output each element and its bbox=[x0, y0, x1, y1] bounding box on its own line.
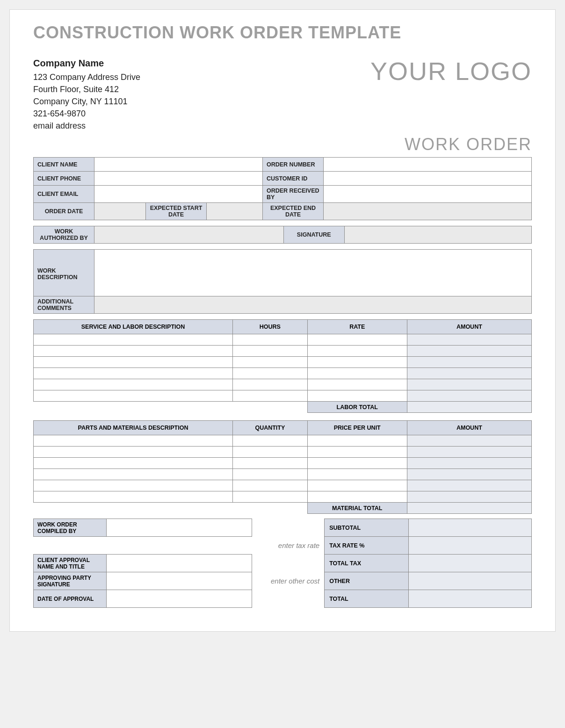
materials-price[interactable] bbox=[307, 469, 407, 480]
document-title: CONSTRUCTION WORK ORDER TEMPLATE bbox=[33, 23, 532, 43]
customer-id-label: CUSTOMER ID bbox=[263, 172, 324, 186]
approving-signature-value[interactable] bbox=[106, 572, 252, 590]
signature-value[interactable] bbox=[344, 226, 531, 244]
order-date-label: ORDER DATE bbox=[34, 203, 94, 220]
order-received-by-value[interactable] bbox=[324, 186, 532, 203]
labor-amount[interactable] bbox=[407, 346, 531, 357]
materials-amount[interactable] bbox=[407, 447, 531, 458]
labor-amount[interactable] bbox=[407, 379, 531, 390]
labor-row bbox=[34, 346, 532, 357]
labor-rate[interactable] bbox=[307, 390, 407, 402]
labor-total-label: LABOR TOTAL bbox=[307, 402, 407, 413]
expected-start-value[interactable] bbox=[207, 203, 263, 220]
client-phone-value[interactable] bbox=[94, 172, 263, 186]
materials-desc[interactable] bbox=[34, 480, 233, 491]
materials-price[interactable] bbox=[307, 435, 407, 447]
materials-desc[interactable] bbox=[34, 469, 233, 480]
materials-amount[interactable] bbox=[407, 469, 531, 480]
labor-desc[interactable] bbox=[34, 368, 233, 379]
materials-desc[interactable] bbox=[34, 491, 233, 503]
labor-total-value[interactable] bbox=[407, 402, 531, 413]
client-email-value[interactable] bbox=[94, 186, 263, 203]
total-tax-label: TOTAL TAX bbox=[325, 555, 408, 572]
labor-amount[interactable] bbox=[407, 357, 531, 368]
materials-qty[interactable] bbox=[233, 435, 308, 447]
labor-rate[interactable] bbox=[307, 334, 407, 346]
additional-comments-value[interactable] bbox=[94, 296, 532, 314]
client-info-table: CLIENT NAME ORDER NUMBER CLIENT PHONE CU… bbox=[33, 157, 532, 220]
client-approval-value[interactable] bbox=[106, 555, 252, 572]
materials-amount[interactable] bbox=[407, 458, 531, 469]
authorization-table: WORK AUTHORIZED BY SIGNATURE bbox=[33, 226, 532, 244]
labor-desc[interactable] bbox=[34, 334, 233, 346]
materials-price[interactable] bbox=[307, 458, 407, 469]
logo-placeholder: YOUR LOGO bbox=[370, 57, 532, 86]
materials-price[interactable] bbox=[307, 447, 407, 458]
client-phone-label: CLIENT PHONE bbox=[34, 172, 94, 186]
materials-amount[interactable] bbox=[407, 480, 531, 491]
labor-hours[interactable] bbox=[233, 346, 308, 357]
labor-row bbox=[34, 357, 532, 368]
subtotal-value[interactable] bbox=[408, 519, 531, 537]
materials-price[interactable] bbox=[307, 480, 407, 491]
labor-row bbox=[34, 379, 532, 390]
other-cost-hint: enter other cost bbox=[252, 572, 325, 590]
materials-qty[interactable] bbox=[233, 458, 308, 469]
date-of-approval-label: DATE OF APPROVAL bbox=[34, 590, 107, 608]
materials-row bbox=[34, 480, 532, 491]
materials-row bbox=[34, 435, 532, 447]
labor-hours[interactable] bbox=[233, 357, 308, 368]
materials-qty[interactable] bbox=[233, 480, 308, 491]
labor-amount[interactable] bbox=[407, 390, 531, 402]
authorized-by-value[interactable] bbox=[94, 226, 284, 244]
materials-amount[interactable] bbox=[407, 435, 531, 447]
materials-row bbox=[34, 458, 532, 469]
total-value[interactable] bbox=[408, 590, 531, 608]
labor-desc[interactable] bbox=[34, 357, 233, 368]
materials-desc[interactable] bbox=[34, 435, 233, 447]
labor-hours[interactable] bbox=[233, 379, 308, 390]
materials-desc[interactable] bbox=[34, 447, 233, 458]
compiled-by-label: WORK ORDER COMPILED BY bbox=[34, 519, 107, 537]
expected-end-label: EXPECTED END DATE bbox=[263, 203, 324, 220]
date-of-approval-value[interactable] bbox=[106, 590, 252, 608]
work-description-value[interactable] bbox=[94, 250, 532, 296]
tax-rate-value[interactable] bbox=[408, 537, 531, 555]
compiled-by-value[interactable] bbox=[106, 519, 252, 537]
company-block: Company Name 123 Company Address Drive F… bbox=[33, 57, 140, 132]
labor-header-amount: AMOUNT bbox=[407, 320, 531, 334]
labor-amount[interactable] bbox=[407, 334, 531, 346]
customer-id-value[interactable] bbox=[324, 172, 532, 186]
labor-row bbox=[34, 368, 532, 379]
labor-rate[interactable] bbox=[307, 357, 407, 368]
labor-desc[interactable] bbox=[34, 346, 233, 357]
labor-amount[interactable] bbox=[407, 368, 531, 379]
total-tax-value[interactable] bbox=[408, 555, 531, 572]
labor-hours[interactable] bbox=[233, 368, 308, 379]
labor-header-hours: HOURS bbox=[233, 320, 308, 334]
expected-start-label: EXPECTED START DATE bbox=[146, 203, 207, 220]
labor-rate[interactable] bbox=[307, 368, 407, 379]
other-value[interactable] bbox=[408, 572, 531, 590]
expected-end-value[interactable] bbox=[324, 203, 532, 220]
footer-summary-table: WORK ORDER COMPILED BY SUBTOTAL enter ta… bbox=[33, 519, 532, 608]
materials-amount[interactable] bbox=[407, 491, 531, 503]
labor-rate[interactable] bbox=[307, 379, 407, 390]
order-number-value[interactable] bbox=[324, 158, 532, 172]
order-date-value[interactable] bbox=[94, 203, 146, 220]
company-email: email address bbox=[33, 120, 140, 132]
tax-rate-hint: enter tax rate bbox=[252, 537, 325, 555]
materials-qty[interactable] bbox=[233, 447, 308, 458]
client-name-value[interactable] bbox=[94, 158, 263, 172]
materials-price[interactable] bbox=[307, 491, 407, 503]
labor-hours[interactable] bbox=[233, 334, 308, 346]
labor-rate[interactable] bbox=[307, 346, 407, 357]
labor-desc[interactable] bbox=[34, 379, 233, 390]
labor-desc[interactable] bbox=[34, 390, 233, 402]
materials-total-value[interactable] bbox=[407, 503, 531, 514]
materials-qty[interactable] bbox=[233, 491, 308, 503]
materials-desc[interactable] bbox=[34, 458, 233, 469]
labor-hours[interactable] bbox=[233, 390, 308, 402]
total-label: TOTAL bbox=[325, 590, 408, 608]
materials-qty[interactable] bbox=[233, 469, 308, 480]
